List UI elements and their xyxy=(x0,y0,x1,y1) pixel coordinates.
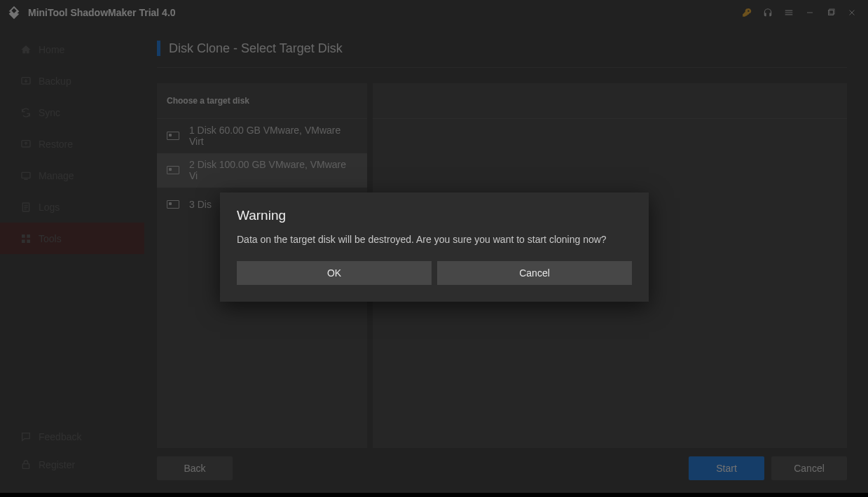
dialog-message: Data on the target disk will be destroye… xyxy=(237,233,632,247)
dialog-cancel-button[interactable]: Cancel xyxy=(437,261,632,285)
app-window: MiniTool ShadowMaker Trial 4.0 Home xyxy=(0,0,868,493)
warning-dialog: Warning Data on the target disk will be … xyxy=(220,192,649,302)
dialog-title: Warning xyxy=(237,208,632,223)
dialog-ok-button[interactable]: OK xyxy=(237,261,432,285)
